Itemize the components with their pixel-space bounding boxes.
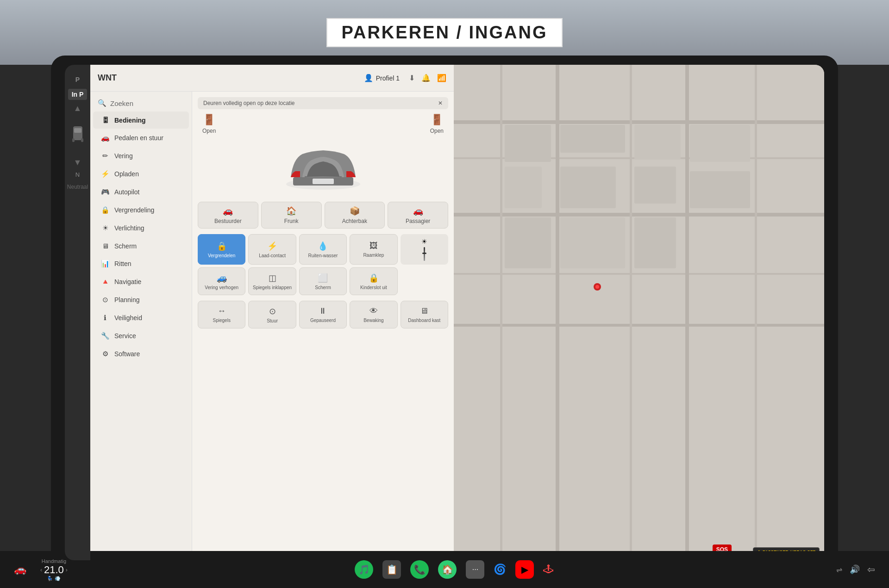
car-rear-view xyxy=(279,138,367,198)
bottom-btn-spiegels[interactable]: ↔ Spiegels xyxy=(198,301,245,328)
svg-rect-1 xyxy=(74,128,81,133)
sun-icon: ☀ xyxy=(421,238,427,245)
brightness-control[interactable]: ☀ xyxy=(401,234,448,265)
sidebar: 🔍 Zoeken 🎛 Bediening 🚗 Pedalen en stuur … xyxy=(90,92,192,560)
laad-icon: ⚡ xyxy=(267,241,277,251)
gepauseerd-label: Gepauseerd xyxy=(310,318,336,323)
quick-btn-spiegels[interactable]: ◫ Spiegels inklappen xyxy=(248,267,296,295)
raamklep-label: Raamklep xyxy=(363,253,384,258)
sidebar-item-opladen[interactable]: ⚡ Opladen xyxy=(93,165,189,183)
passagier-label: Passagier xyxy=(406,218,430,224)
profile-icon: 👤 xyxy=(364,74,373,82)
app-pinwheel[interactable]: 🌀 xyxy=(494,563,506,576)
sidebar-item-service[interactable]: 🔧 Service xyxy=(93,327,189,345)
trunk-btn-bestuurder[interactable]: 🚗 Bestuurder xyxy=(198,202,258,229)
bottom-btn-bewaking[interactable]: 👁 Bewaking xyxy=(350,301,397,328)
quick-btn-scherm[interactable]: ⬜ Scherm xyxy=(299,267,347,295)
sidebar-label-navigatie: Navigatie xyxy=(114,278,141,285)
map-area[interactable]: SOS ⚠ PASSENGER AIRBAG OFF xyxy=(454,65,824,560)
sidebar-item-scherm[interactable]: 🖥 Scherm xyxy=(93,237,189,254)
climate-temp-display: ‹ 21.0 › xyxy=(40,564,68,576)
achterbak-label: Achterbak xyxy=(342,218,367,224)
sidebar-item-navigatie[interactable]: 🔺 Navigatie xyxy=(93,273,189,291)
gear-down-arrow[interactable]: ▼ xyxy=(74,158,82,167)
app-phone[interactable]: 📞 xyxy=(410,560,429,579)
gear-in-p: In P xyxy=(68,89,88,100)
scherm-icon: 🖥 xyxy=(100,242,110,250)
app-youtube[interactable]: ▶ xyxy=(515,560,534,579)
sidebar-item-verlichting[interactable]: ☀ Verlichting xyxy=(93,219,189,237)
dashboard-icon: 🖥 xyxy=(420,306,428,316)
main-panel: Deuren volledig open op deze locatie ✕ 🚪… xyxy=(192,92,454,560)
swap-icon[interactable]: ⇌ xyxy=(836,565,842,574)
brightness-slider[interactable] xyxy=(424,247,425,261)
trunk-btn-frunk[interactable]: 🏠 Frunk xyxy=(261,202,322,229)
quick-btn-kinderslot[interactable]: 🔒 Kinderslot uit xyxy=(350,267,397,295)
door-btn-left[interactable]: 🚪 Open xyxy=(202,114,216,134)
service-icon: 🔧 xyxy=(100,332,110,340)
notification-bar: Deuren volledig open op deze locatie ✕ xyxy=(198,97,448,109)
ruiten-label: Ruiten-wasser xyxy=(308,253,338,258)
trunk-btn-achterbak[interactable]: 📦 Achterbak xyxy=(325,202,385,229)
app-game[interactable]: 🕹 xyxy=(543,563,553,576)
kinderslot-label: Kinderslot uit xyxy=(360,285,387,290)
door-btn-right[interactable]: 🚪 Open xyxy=(430,114,444,134)
climate-label: Handmatig xyxy=(42,558,66,564)
bewaking-label: Bewaking xyxy=(363,318,383,323)
gear-p[interactable]: P xyxy=(72,74,83,85)
svg-rect-16 xyxy=(685,65,689,560)
volume-icon[interactable]: 🔊 xyxy=(850,564,860,575)
back-icon[interactable]: ⇦ xyxy=(867,564,875,575)
door-left-label: Open xyxy=(202,128,216,134)
svg-rect-17 xyxy=(755,65,757,560)
svg-rect-14 xyxy=(556,65,559,560)
taskbar-apps: 🎵 📋 📞 🏠 ··· 🌀 ▶ 🕹 xyxy=(355,560,553,579)
temp-right-arrow[interactable]: › xyxy=(66,567,68,573)
quick-btn-raamklep[interactable]: 🖼 Raamklep xyxy=(350,234,397,265)
sidebar-label-software: Software xyxy=(114,350,140,358)
taskbar-car-icon[interactable]: 🚗 xyxy=(14,563,26,576)
app-more[interactable]: ··· xyxy=(466,560,484,579)
car-image-area xyxy=(198,138,448,198)
sidebar-item-bediening[interactable]: 🎛 Bediening xyxy=(93,111,189,129)
notification-close[interactable]: ✕ xyxy=(438,100,443,106)
sidebar-item-ritten[interactable]: 📊 Ritten xyxy=(93,255,189,272)
vergrendeling-icon: 🔒 xyxy=(100,206,110,214)
sidebar-label-planning: Planning xyxy=(114,296,140,303)
quick-btn-vergrendelen[interactable]: 🔒 Vergrendelen xyxy=(198,234,245,265)
app-card[interactable]: 📋 xyxy=(382,560,401,579)
app-navigation[interactable]: 🏠 xyxy=(438,560,457,579)
search-icon: 🔍 xyxy=(98,99,106,107)
bestuurder-icon: 🚗 xyxy=(223,206,233,216)
sidebar-item-pedalen[interactable]: 🚗 Pedalen en stuur xyxy=(93,129,189,147)
sidebar-item-veiligheid[interactable]: ℹ Veiligheid xyxy=(93,309,189,327)
quick-btn-ruiten[interactable]: 💧 Ruiten-wasser xyxy=(299,234,347,265)
achterbak-icon: 📦 xyxy=(350,206,360,216)
bottom-btn-dashboard[interactable]: 🖥 Dashboard kast xyxy=(401,301,448,328)
bell-icon[interactable]: 🔔 xyxy=(421,74,431,82)
sidebar-label-pedalen: Pedalen en stuur xyxy=(114,134,163,142)
temp-left-arrow[interactable]: ‹ xyxy=(40,567,42,573)
download-icon[interactable]: ⬇ xyxy=(409,74,415,82)
vergrendelen-label: Vergrendelen xyxy=(208,253,236,258)
bottom-btn-stuur[interactable]: ⊙ Stuur xyxy=(248,301,296,328)
quick-btn-vering[interactable]: 🚙 Vering verhogen xyxy=(198,267,245,295)
vering-icon: ✏ xyxy=(100,152,110,160)
software-icon: ⚙ xyxy=(100,350,110,358)
gear-up-arrow[interactable]: ▲ xyxy=(74,104,82,113)
sidebar-search[interactable]: 🔍 Zoeken xyxy=(90,95,192,111)
quick-btn-laad[interactable]: ⚡ Laad-contact xyxy=(248,234,296,265)
sidebar-item-vering[interactable]: ✏ Vering xyxy=(93,147,189,165)
sidebar-item-vergrendeling[interactable]: 🔒 Vergrendeling xyxy=(93,201,189,219)
svg-rect-23 xyxy=(634,167,676,204)
quick-actions-grid: 🔒 Vergrendelen ⚡ Laad-contact 💧 Ruiten-w… xyxy=(198,234,448,295)
gear-strip: P In P ▲ ▼ N Neutraal xyxy=(65,65,90,560)
header-profile[interactable]: 👤 Profiel 1 xyxy=(364,74,400,82)
sidebar-item-planning[interactable]: ⊙ Planning xyxy=(93,291,189,309)
app-spotify[interactable]: 🎵 xyxy=(355,560,373,579)
trunk-btn-passagier[interactable]: 🚗 Passagier xyxy=(388,202,448,229)
sidebar-item-software[interactable]: ⚙ Software xyxy=(93,345,189,363)
ritten-icon: 📊 xyxy=(100,260,110,268)
bottom-btn-gepauseerd[interactable]: ⏸ Gepauseerd xyxy=(299,301,347,328)
sidebar-item-autopilot[interactable]: 🎮 Autopilot xyxy=(93,183,189,201)
